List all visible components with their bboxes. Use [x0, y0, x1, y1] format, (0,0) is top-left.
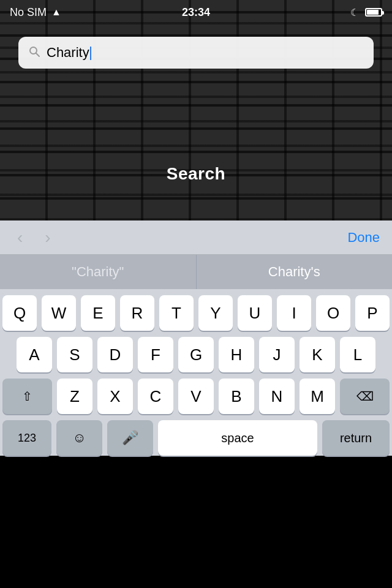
forward-button[interactable]: ›	[40, 225, 55, 250]
search-label: Search	[0, 164, 392, 184]
brick-overlay	[0, 0, 392, 221]
mic-key[interactable]: 🎤	[107, 420, 153, 456]
search-input[interactable]: Charity	[47, 45, 364, 61]
status-left: No SIM ▲	[10, 6, 61, 19]
autocomplete-quoted-label: "Charity"	[72, 264, 124, 280]
return-key[interactable]: return	[322, 420, 390, 456]
key-d[interactable]: D	[97, 337, 133, 372]
search-box[interactable]: Charity	[18, 37, 374, 69]
keyboard-row-1: Q W E R T Y U I O P	[0, 295, 392, 331]
key-f[interactable]: F	[138, 337, 173, 372]
emoji-key[interactable]: ☺	[56, 420, 102, 456]
keyboard: Q W E R T Y U I O P A S D F G H J K L ⇧ …	[0, 289, 392, 456]
key-n[interactable]: N	[259, 379, 295, 414]
key-p[interactable]: P	[355, 295, 390, 331]
space-label: space	[221, 431, 254, 445]
key-s[interactable]: S	[57, 337, 92, 372]
key-i[interactable]: I	[277, 295, 311, 331]
toolbar-nav: ‹ ›	[12, 225, 56, 250]
mic-icon: 🎤	[122, 430, 138, 446]
emoji-icon: ☺	[72, 430, 86, 446]
search-container: Charity	[18, 37, 374, 69]
autocomplete-quoted[interactable]: "Charity"	[0, 255, 197, 289]
key-v[interactable]: V	[178, 379, 214, 414]
key-y[interactable]: Y	[198, 295, 233, 331]
num-label: 123	[18, 432, 36, 445]
key-g[interactable]: G	[178, 337, 214, 372]
shift-icon: ⇧	[22, 389, 32, 404]
key-e[interactable]: E	[81, 295, 115, 331]
status-bar: No SIM ▲ 23:34 ☾	[0, 0, 392, 24]
key-w[interactable]: W	[42, 295, 76, 331]
status-time: 23:34	[182, 6, 210, 19]
keyboard-row-4: 123 ☺ 🎤 space return	[0, 420, 392, 456]
key-k[interactable]: K	[300, 337, 335, 372]
search-input-text: Charity	[47, 45, 89, 60]
key-z[interactable]: Z	[57, 379, 92, 414]
key-b[interactable]: B	[219, 379, 254, 414]
key-m[interactable]: M	[300, 379, 335, 414]
key-u[interactable]: U	[238, 295, 272, 331]
key-x[interactable]: X	[97, 379, 133, 414]
toolbar: ‹ › Done	[0, 221, 392, 255]
space-key[interactable]: space	[158, 420, 317, 456]
wifi-icon: ▲	[51, 7, 61, 18]
key-j[interactable]: J	[259, 337, 295, 372]
numbers-key[interactable]: 123	[2, 420, 51, 456]
key-r[interactable]: R	[120, 295, 154, 331]
delete-icon: ⌫	[356, 389, 374, 404]
key-a[interactable]: A	[17, 337, 52, 372]
battery-icon	[365, 8, 382, 17]
autocomplete-possessive-label: Charity's	[268, 264, 320, 280]
key-h[interactable]: H	[219, 337, 254, 372]
key-c[interactable]: C	[138, 379, 173, 414]
key-o[interactable]: O	[316, 295, 350, 331]
brick-background: Charity Search	[0, 0, 392, 221]
moon-icon: ☾	[350, 7, 359, 18]
keyboard-row-3: ⇧ Z X C V B N M ⌫	[0, 379, 392, 414]
key-l[interactable]: L	[340, 337, 375, 372]
delete-key[interactable]: ⌫	[340, 379, 390, 414]
back-button[interactable]: ‹	[12, 225, 28, 250]
text-cursor	[90, 47, 91, 60]
return-label: return	[340, 431, 372, 445]
autocomplete-bar: "Charity" Charity's	[0, 255, 392, 289]
key-t[interactable]: T	[159, 295, 194, 331]
shift-key[interactable]: ⇧	[2, 379, 52, 414]
key-q[interactable]: Q	[2, 295, 37, 331]
status-right: ☾	[350, 7, 382, 18]
done-button[interactable]: Done	[347, 230, 380, 246]
autocomplete-possessive[interactable]: Charity's	[197, 255, 393, 289]
carrier-label: No SIM	[10, 6, 47, 19]
keyboard-row-2: A S D F G H J K L	[0, 337, 392, 372]
search-icon	[28, 45, 40, 61]
svg-line-1	[36, 53, 39, 56]
